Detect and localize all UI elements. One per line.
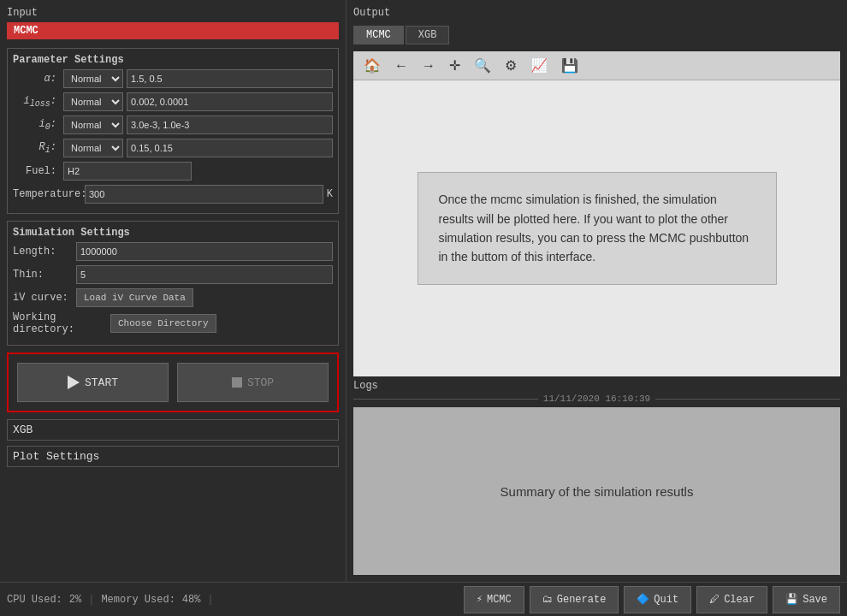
save-chart-icon-btn[interactable]: 💾 <box>558 56 582 75</box>
alpha-label: α: <box>13 73 60 85</box>
temperature-input[interactable] <box>85 185 323 204</box>
right-panel: Output MCMC XGB 🏠 ← → ✛ 🔍 ⚙ 📈 💾 Once the… <box>346 0 847 582</box>
generate-icon: 🗂 <box>542 593 553 606</box>
ri-type-select[interactable]: Normal <box>63 139 123 157</box>
xgb-label: XGB <box>13 424 33 436</box>
thin-row: Thin: <box>13 265 333 284</box>
logs-timestamp: 11/11/2020 16:10:39 <box>353 394 840 404</box>
fuel-row: Fuel: <box>13 162 333 181</box>
zoom-icon-btn[interactable]: 🔍 <box>471 56 495 75</box>
chart-area: 🏠 ← → ✛ 🔍 ⚙ 📈 💾 Once the mcmc simulation… <box>353 51 840 376</box>
mcmc-action-button[interactable]: ⚡ MCMC <box>464 586 524 613</box>
tab-mcmc[interactable]: MCMC <box>353 26 404 44</box>
quit-icon: 🔷 <box>637 593 649 606</box>
load-iv-curve-button[interactable]: Load iV Curve Data <box>76 288 193 307</box>
input-header: Input <box>7 7 339 19</box>
output-header: Output <box>353 7 840 19</box>
action-buttons: ⚡ MCMC 🗂 Generate 🔷 Quit 🖊 Clear 💾 Save <box>464 586 840 613</box>
logs-section: Logs 11/11/2020 16:10:39 Summary of the … <box>353 380 840 575</box>
lightning-icon: ⚡ <box>477 593 483 606</box>
i0-param-row: i0: Normal <box>13 116 333 134</box>
iloss-param-row: iloss: Normal <box>13 92 333 111</box>
ri-param-row: Ri: Normal <box>13 139 333 157</box>
cpu-label: CPU Used: <box>7 594 62 606</box>
stop-button[interactable]: STOP <box>177 363 329 402</box>
clear-button[interactable]: 🖊 Clear <box>696 586 767 613</box>
tab-xgb[interactable]: XGB <box>406 26 450 44</box>
left-panel: Input MCMC Parameter Settings α: Normal … <box>0 0 346 582</box>
iloss-label: iloss: <box>13 95 60 109</box>
clear-btn-label: Clear <box>724 594 755 606</box>
bottom-bar: CPU Used: 2% | Memory Used: 48% | ⚡ MCMC… <box>0 582 847 616</box>
sim-settings-title: Simulation Settings <box>13 227 333 239</box>
left-tab-mcmc[interactable]: MCMC <box>7 22 339 39</box>
i0-type-select[interactable]: Normal <box>63 116 123 134</box>
parameter-settings-section: Parameter Settings α: Normal iloss: Norm… <box>7 48 339 214</box>
xgb-section: XGB <box>7 419 339 441</box>
memory-value: 48% <box>182 594 201 606</box>
start-stop-container: ↑ Press START pushbutton to start simula… <box>7 352 339 416</box>
length-row: Length: <box>13 242 333 261</box>
choose-directory-button[interactable]: Choose Directory <box>110 314 216 333</box>
forward-icon-btn[interactable]: → <box>418 56 439 75</box>
working-directory-label: Working directory: <box>13 311 107 335</box>
status-divider-1: | <box>88 594 94 606</box>
save-btn-label: Save <box>803 594 827 606</box>
thin-label: Thin: <box>13 269 73 281</box>
plot-settings-section: Plot Settings <box>7 446 339 467</box>
i0-label: i0: <box>13 118 60 132</box>
stop-icon <box>232 377 242 388</box>
fuel-label: Fuel: <box>13 165 60 177</box>
param-settings-title: Parameter Settings <box>13 54 333 66</box>
trendline-icon-btn[interactable]: 📈 <box>527 56 551 75</box>
iv-curve-row: iV curve: Load iV Curve Data <box>13 288 333 307</box>
chart-content: Once the mcmc simulation is finished, th… <box>353 80 840 376</box>
settings-icon-btn[interactable]: ⚙ <box>501 56 520 75</box>
logs-content: Summary of the simulation resutls <box>353 407 840 575</box>
thin-input[interactable] <box>76 265 333 284</box>
generate-button[interactable]: 🗂 Generate <box>530 586 619 613</box>
play-icon <box>68 376 80 389</box>
clear-icon: 🖊 <box>709 593 720 606</box>
start-button[interactable]: START <box>17 363 169 402</box>
back-icon-btn[interactable]: ← <box>391 56 412 75</box>
temperature-label: Temperature: <box>13 188 81 200</box>
alpha-value-input[interactable] <box>127 69 333 88</box>
generate-btn-label: Generate <box>557 594 607 606</box>
ri-value-input[interactable] <box>127 139 333 157</box>
home-icon-btn[interactable]: 🏠 <box>360 56 384 75</box>
length-input[interactable] <box>76 242 333 261</box>
cpu-value: 2% <box>69 594 81 606</box>
status-bar: CPU Used: 2% | Memory Used: 48% | <box>7 594 214 606</box>
temperature-row: Temperature: K <box>13 185 333 204</box>
simulation-settings-section: Simulation Settings Length: Thin: iV cur… <box>7 221 339 346</box>
mcmc-btn-label: MCMC <box>487 594 512 606</box>
length-label: Length: <box>13 246 73 258</box>
alpha-type-select[interactable]: Normal <box>63 69 123 88</box>
stop-label: STOP <box>247 376 274 389</box>
start-label: START <box>85 376 118 389</box>
iloss-type-select[interactable]: Normal <box>63 92 123 111</box>
iloss-value-input[interactable] <box>127 92 333 111</box>
alpha-param-row: α: Normal <box>13 69 333 88</box>
save-button[interactable]: 💾 Save <box>773 586 840 613</box>
fuel-input[interactable] <box>63 162 192 181</box>
temperature-unit: K <box>327 188 333 200</box>
chart-message-box: Once the mcmc simulation is finished, th… <box>418 172 777 285</box>
ri-label: Ri: <box>13 141 60 155</box>
save-icon: 💾 <box>785 593 798 606</box>
status-divider-2: | <box>207 594 213 606</box>
plot-settings-label: Plot Settings <box>13 450 99 463</box>
pan-icon-btn[interactable]: ✛ <box>446 56 464 75</box>
logs-header: Logs <box>353 380 840 392</box>
quit-button[interactable]: 🔷 Quit <box>624 586 691 613</box>
working-directory-row: Working directory: Choose Directory <box>13 311 333 335</box>
i0-value-input[interactable] <box>127 116 333 134</box>
output-tabs: MCMC XGB <box>353 26 840 44</box>
start-stop-section: START STOP <box>7 352 339 412</box>
memory-label: Memory Used: <box>101 594 175 606</box>
quit-btn-label: Quit <box>654 594 678 606</box>
chart-message-text: Once the mcmc simulation is finished, th… <box>439 192 749 264</box>
iv-curve-label: iV curve: <box>13 292 73 304</box>
chart-toolbar: 🏠 ← → ✛ 🔍 ⚙ 📈 💾 <box>353 51 840 80</box>
